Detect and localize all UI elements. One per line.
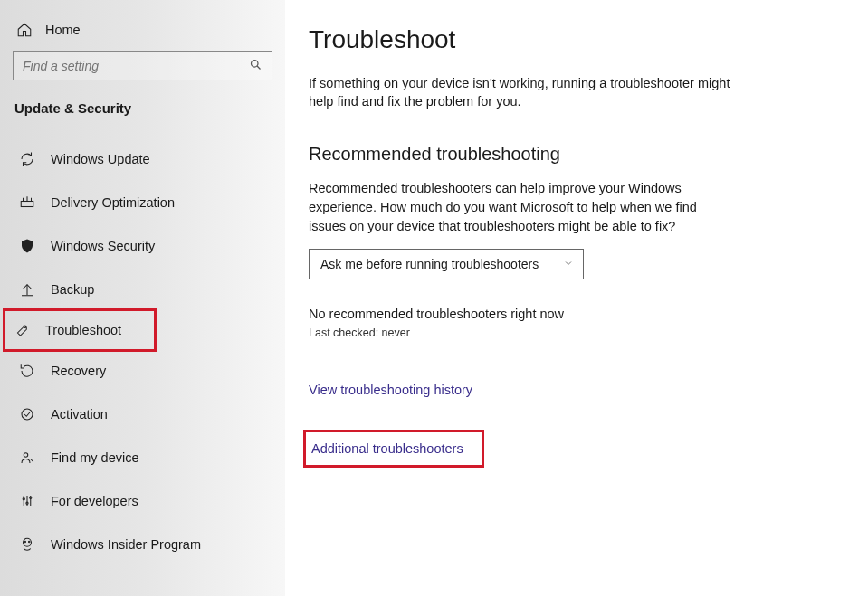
- sidebar-item-label: Activation: [51, 407, 108, 421]
- status-text: No recommended troubleshooters right now: [309, 307, 841, 321]
- chevron-down-icon: [563, 257, 574, 271]
- sidebar-item-activation[interactable]: Activation: [13, 393, 272, 436]
- troubleshoot-preference-select[interactable]: Ask me before running troubleshooters: [309, 249, 584, 279]
- sidebar-item-windows-update[interactable]: Windows Update: [13, 137, 272, 181]
- svg-point-10: [24, 453, 28, 458]
- sync-icon: [18, 151, 36, 167]
- additional-troubleshooters-link[interactable]: Additional troubleshooters: [311, 441, 463, 456]
- svg-point-0: [252, 60, 259, 67]
- sidebar: Home Update & Security Windows Update De…: [0, 0, 285, 596]
- svg-point-19: [24, 541, 26, 543]
- intro-text: If something on your device isn't workin…: [309, 74, 734, 111]
- main-content: Troubleshoot If something on your device…: [285, 0, 868, 596]
- sidebar-item-label: Windows Security: [51, 239, 155, 253]
- sidebar-item-troubleshoot[interactable]: Troubleshoot: [3, 308, 157, 352]
- recommended-heading: Recommended troubleshooting: [309, 144, 841, 165]
- developers-icon: [18, 493, 36, 509]
- last-checked-text: Last checked: never: [309, 326, 841, 339]
- svg-rect-2: [21, 202, 33, 207]
- home-icon: [16, 22, 33, 38]
- shield-icon: [18, 238, 36, 254]
- page-title: Troubleshoot: [309, 25, 841, 54]
- svg-line-11: [31, 459, 33, 462]
- sidebar-item-label: Backup: [51, 282, 94, 297]
- find-device-icon: [18, 449, 36, 466]
- home-label: Home: [45, 23, 81, 37]
- recommended-description: Recommended troubleshooters can help imp…: [309, 179, 734, 236]
- view-history-link[interactable]: View troubleshooting history: [309, 383, 472, 397]
- insider-icon: [18, 536, 36, 553]
- sidebar-nav: Windows Update Delivery Optimization Win…: [13, 137, 272, 566]
- wrench-icon: [13, 322, 31, 338]
- search-icon: [249, 58, 262, 74]
- svg-line-1: [257, 66, 260, 69]
- select-value: Ask me before running troubleshooters: [320, 257, 539, 271]
- sidebar-item-for-developers[interactable]: For developers: [13, 479, 272, 523]
- sidebar-item-find-my-device[interactable]: Find my device: [13, 436, 272, 479]
- svg-point-20: [29, 541, 31, 543]
- sidebar-item-label: Find my device: [51, 450, 139, 465]
- svg-point-9: [22, 409, 33, 420]
- additional-troubleshooters-highlight: Additional troubleshooters: [303, 430, 484, 468]
- sidebar-item-windows-insider[interactable]: Windows Insider Program: [13, 523, 272, 566]
- home-link[interactable]: Home: [13, 16, 272, 51]
- sidebar-item-label: For developers: [51, 494, 138, 508]
- sidebar-item-backup[interactable]: Backup: [13, 268, 272, 311]
- search-input-container[interactable]: [13, 51, 272, 80]
- sidebar-item-label: Troubleshoot: [45, 323, 121, 337]
- section-title: Update & Security: [13, 100, 272, 125]
- sidebar-item-label: Windows Update: [51, 152, 150, 166]
- sidebar-item-label: Delivery Optimization: [51, 195, 175, 210]
- search-input[interactable]: [23, 59, 249, 73]
- backup-icon: [18, 281, 36, 298]
- activation-icon: [18, 406, 36, 422]
- sidebar-item-label: Windows Insider Program: [51, 537, 201, 552]
- delivery-icon: [18, 194, 36, 211]
- recovery-icon: [18, 363, 36, 379]
- sidebar-item-delivery-optimization[interactable]: Delivery Optimization: [13, 181, 272, 224]
- sidebar-item-windows-security[interactable]: Windows Security: [13, 224, 272, 268]
- sidebar-item-recovery[interactable]: Recovery: [13, 349, 272, 393]
- sidebar-item-label: Recovery: [51, 364, 106, 378]
